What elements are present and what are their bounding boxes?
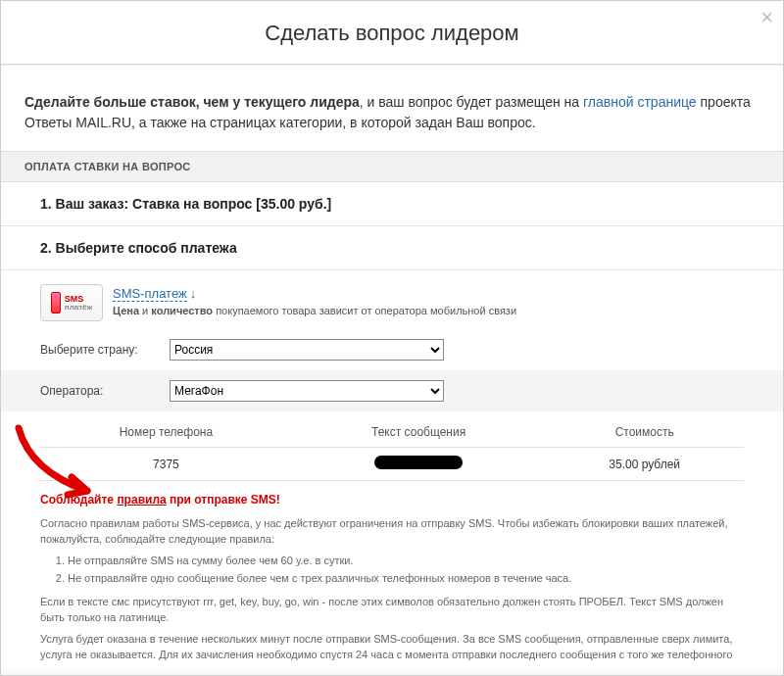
modal-header: Сделать вопрос лидером: [1, 1, 783, 65]
cost-value: 35.00 рублей: [545, 448, 744, 481]
phone-number: 7375: [40, 448, 292, 481]
phone-icon: [51, 292, 61, 314]
sms-payment-block: SMS платёж SMS-платеж↓ Цена и количество…: [1, 270, 783, 329]
operator-row: Оператора: МегаФон: [1, 370, 783, 411]
close-icon[interactable]: ×: [760, 7, 773, 28]
sms-details-table: Номер телефона Текст сообщения Стоимость…: [40, 417, 744, 481]
sms-rules-text: Согласно правилам работы SMS-сервиса, у …: [1, 512, 783, 662]
leader-question-modal: × Сделать вопрос лидером Сделайте больше…: [0, 0, 784, 676]
order-summary: 1. Ваш заказ: Ставка на вопрос [35.00 ру…: [1, 182, 783, 226]
payment-scroll-area[interactable]: 1. Ваш заказ: Ставка на вопрос [35.00 ру…: [1, 182, 783, 662]
operator-select[interactable]: МегаФон: [170, 380, 444, 402]
choose-payment-heading: 2. Выберите способ платежа: [1, 226, 783, 270]
col-text: Текст сообщения: [292, 417, 546, 448]
intro-bold: Сделайте больше ставок, чем у текущего л…: [24, 94, 360, 110]
operator-label: Оператора:: [40, 384, 158, 398]
col-cost: Стоимость: [545, 417, 744, 448]
sms-info: SMS-платеж↓ Цена и количество покупаемог…: [113, 284, 516, 316]
main-page-link[interactable]: главной странице: [583, 94, 697, 110]
intro-text: Сделайте больше ставок, чем у текущего л…: [1, 65, 783, 151]
col-phone: Номер телефона: [40, 417, 292, 448]
country-select[interactable]: Россия: [170, 339, 444, 361]
sms-badge-icon: SMS платёж: [40, 284, 103, 321]
redaction-icon: [374, 456, 463, 469]
arrow-down-icon: ↓: [190, 286, 197, 301]
payment-section-title: ОПЛАТА СТАВКИ НА ВОПРОС: [1, 151, 783, 182]
modal-title: Сделать вопрос лидером: [1, 21, 783, 46]
sms-text-redacted: [292, 448, 546, 481]
country-label: Выберите страну:: [40, 343, 158, 357]
sms-payment-link[interactable]: SMS-платеж: [113, 286, 187, 302]
sms-rules-warning: Соблюдайте правила при отправке SMS!: [1, 481, 783, 512]
table-row: 7375 35.00 рублей: [40, 448, 744, 481]
country-row: Выберите страну: Россия: [1, 329, 783, 370]
